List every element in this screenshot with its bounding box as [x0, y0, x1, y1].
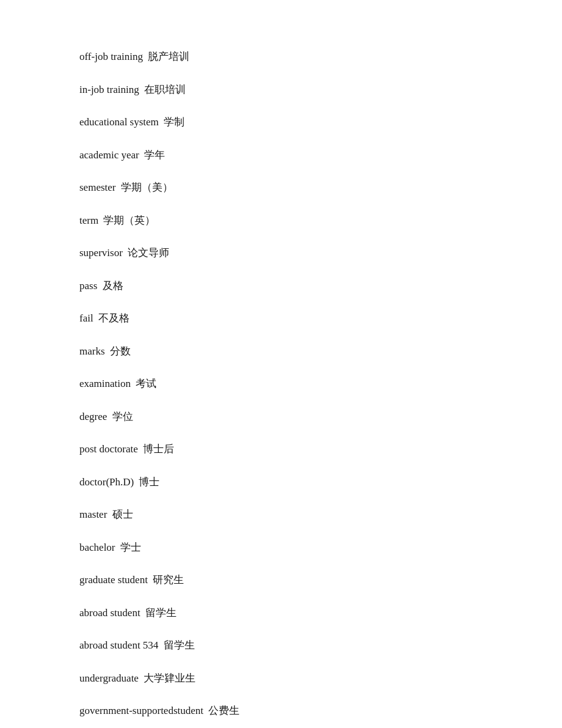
vocab-english: master — [79, 509, 107, 520]
vocab-chinese: 分数 — [108, 345, 131, 357]
vocab-item: doctor(Ph.D) 博士 — [79, 474, 483, 490]
vocab-item: abroad student 留学生 — [79, 605, 483, 621]
vocab-chinese: 学年 — [142, 149, 165, 161]
vocab-english: doctor(Ph.D) — [79, 476, 134, 488]
vocab-chinese: 留学生 — [143, 607, 177, 619]
vocab-english: in-job training — [79, 84, 139, 95]
vocab-chinese: 留学生 — [161, 639, 194, 651]
vocab-english: post doctorate — [79, 443, 138, 455]
vocab-english: examination — [79, 378, 131, 389]
vocab-english: graduate student — [79, 574, 148, 586]
vocab-chinese: 不及格 — [96, 312, 130, 324]
vocab-item: examination 考试 — [79, 376, 483, 392]
vocab-english: pass — [79, 280, 97, 292]
vocab-english: abroad student — [79, 607, 140, 619]
vocab-chinese: 论文导师 — [125, 247, 169, 259]
vocab-item: bachelor 学士 — [79, 540, 483, 556]
main-content: off-job training 脱产培训in-job training 在职培… — [0, 0, 562, 728]
vocab-english: term — [79, 215, 98, 226]
vocab-chinese: 学位 — [109, 411, 133, 422]
vocab-item: government-supportedstudent 公费生 — [79, 703, 483, 719]
vocab-chinese: 学期（英） — [101, 215, 155, 226]
vocab-chinese: 博士 — [136, 476, 159, 488]
vocab-item: marks 分数 — [79, 344, 483, 359]
vocab-english: undergraduate — [79, 672, 139, 684]
vocab-english: educational system — [79, 116, 159, 128]
vocab-item: off-job training 脱产培训 — [79, 49, 483, 65]
vocab-item: fail 不及格 — [79, 311, 483, 326]
vocab-item: abroad student 534 留学生 — [79, 638, 483, 653]
vocab-chinese: 考试 — [133, 378, 156, 389]
vocab-english: supervisor — [79, 247, 123, 259]
vocab-item: semester 学期（美） — [79, 180, 483, 196]
vocab-chinese: 博士后 — [140, 443, 174, 455]
vocab-item: pass 及格 — [79, 278, 483, 294]
vocab-chinese: 学制 — [161, 116, 184, 128]
vocab-english: degree — [79, 411, 107, 422]
vocab-chinese: 脱产培训 — [145, 51, 189, 62]
vocab-item: master 硕士 — [79, 507, 483, 523]
vocab-item: graduate student 研究生 — [79, 572, 483, 588]
vocab-chinese: 学期（美） — [118, 182, 172, 193]
vocab-chinese: 大学肄业生 — [141, 672, 195, 684]
vocab-item: in-job training 在职培训 — [79, 82, 483, 98]
vocab-english: government-supportedstudent — [79, 705, 203, 716]
vocab-chinese: 公费生 — [206, 705, 239, 716]
vocab-item: undergraduate 大学肄业生 — [79, 671, 483, 686]
vocab-english: semester — [79, 182, 115, 193]
vocab-chinese: 学士 — [118, 542, 141, 553]
vocab-english: bachelor — [79, 542, 115, 553]
vocab-item: supervisor 论文导师 — [79, 245, 483, 261]
vocab-chinese: 硕士 — [109, 509, 133, 520]
vocab-english: fail — [79, 312, 93, 324]
vocab-chinese: 研究生 — [150, 574, 184, 586]
vocab-chinese: 在职培训 — [142, 84, 186, 95]
vocab-chinese: 及格 — [100, 280, 123, 292]
vocab-item: term 学期（英） — [79, 213, 483, 229]
vocab-english: marks — [79, 345, 105, 357]
vocab-item: degree 学位 — [79, 409, 483, 425]
vocabulary-list-1: off-job training 脱产培训in-job training 在职培… — [79, 49, 483, 719]
vocab-item: educational system 学制 — [79, 114, 483, 130]
vocab-english: abroad student 534 — [79, 639, 158, 651]
vocab-item: post doctorate 博士后 — [79, 441, 483, 457]
vocab-english: off-job training — [79, 51, 143, 62]
vocab-item: academic year 学年 — [79, 147, 483, 163]
vocab-english: academic year — [79, 149, 139, 161]
